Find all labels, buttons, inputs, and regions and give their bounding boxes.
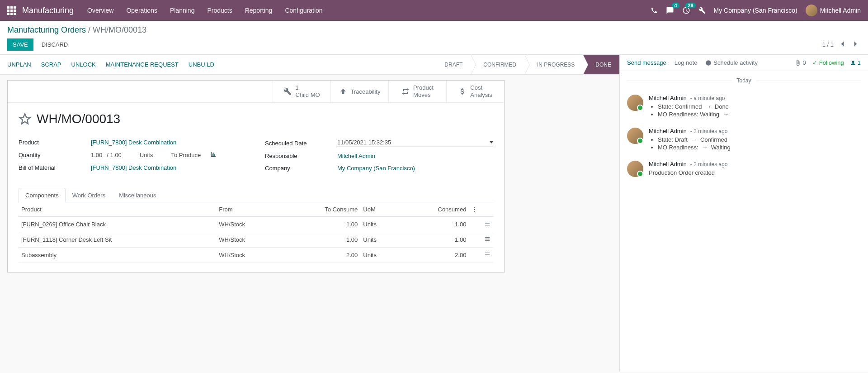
chatter: Send message Log note Schedule activity … (619, 55, 868, 372)
tab-components[interactable]: Components (19, 188, 66, 202)
message-time: - 3 minutes ago (690, 161, 728, 167)
status-draft[interactable]: DRAFT (432, 55, 471, 74)
table-row[interactable]: Subassembly WH/Stock 2.00 Units 2.00 (19, 248, 493, 263)
cell-from: WH/Stock (216, 248, 281, 263)
field-qty[interactable]: 1.00 (91, 152, 102, 158)
status-in-progress[interactable]: IN PROGRESS (524, 55, 583, 74)
th-consumed[interactable]: Consumed (399, 202, 469, 217)
nav-overview[interactable]: Overview (87, 7, 113, 14)
child-mo-button[interactable]: 1Child MO (273, 81, 330, 102)
date-separator: Today (620, 77, 868, 84)
control-panel: Manufacturing Orders / WH/MO/00013 SAVE … (0, 21, 868, 55)
cell-product: [FURN_1118] Corner Desk Left Sit (19, 232, 216, 248)
label-scheduled: Scheduled Date (265, 140, 337, 147)
messaging-badge: 4 (672, 3, 679, 8)
traceability-label: Traceability (351, 88, 381, 95)
scrap-button[interactable]: SCRAP (41, 61, 61, 68)
field-bom[interactable]: [FURN_7800] Desk Combination (91, 164, 247, 171)
attachments-button[interactable]: 0 (795, 59, 806, 66)
field-uom[interactable]: Units (140, 152, 153, 158)
tracking-line: State: Draft → Confirmed (658, 136, 861, 143)
pager-next-icon[interactable] (851, 39, 861, 50)
pager-value[interactable]: 1 / 1 (822, 41, 834, 48)
send-message-button[interactable]: Send message (627, 59, 666, 66)
tracking-line: State: Confirmed → Done (658, 103, 861, 110)
cell-to-consume: 2.00 (281, 248, 360, 263)
traceability-button[interactable]: Traceability (330, 81, 388, 102)
save-button[interactable]: SAVE (7, 38, 33, 51)
product-moves-button[interactable]: ProductMoves (388, 81, 446, 102)
arrow-up-icon (339, 87, 347, 96)
label-company: Company (265, 165, 337, 172)
cost-analysis-button[interactable]: CostAnalysis (446, 81, 504, 102)
breadcrumb: Manufacturing Orders / WH/MO/00013 (7, 25, 861, 35)
pager-prev-icon[interactable] (837, 39, 847, 50)
field-product[interactable]: [FURN_7800] Desk Combination (91, 139, 247, 146)
discard-button[interactable]: DISCARD (36, 38, 74, 51)
following-button[interactable]: ✓ Following (812, 59, 844, 66)
unlock-button[interactable]: UNLOCK (71, 61, 96, 68)
unbuild-button[interactable]: UNBUILD (189, 61, 214, 68)
forecast-chart-icon[interactable] (210, 151, 217, 159)
table-row[interactable]: [FURN_1118] Corner Desk Left Sit WH/Stoc… (19, 232, 493, 248)
label-responsible: Responsible (265, 153, 337, 159)
log-note-button[interactable]: Log note (675, 59, 698, 66)
field-company[interactable]: My Company (San Francisco) (337, 165, 493, 172)
moves-label-2: Moves (413, 91, 434, 99)
cell-uom: Units (360, 248, 399, 263)
label-quantity: Quantity (19, 152, 91, 158)
message-author[interactable]: Mitchell Admin (649, 95, 687, 101)
field-responsible[interactable]: Mitchell Admin (337, 153, 493, 159)
phone-icon[interactable] (651, 7, 658, 14)
table-row[interactable]: [FURN_0269] Office Chair Black WH/Stock … (19, 217, 493, 232)
tab-miscellaneous[interactable]: Miscellaneous (112, 188, 163, 202)
systray: 4 28 My Company (San Francisco) Mitchell… (651, 5, 861, 16)
nav-configuration[interactable]: Configuration (285, 7, 322, 14)
activities-icon[interactable]: 28 (682, 6, 690, 14)
priority-star-icon[interactable] (19, 113, 31, 125)
user-menu[interactable]: Mitchell Admin (806, 5, 861, 16)
apps-icon[interactable] (7, 6, 16, 15)
breadcrumb-current: WH/MO/00013 (93, 25, 146, 34)
message-avatar-icon (627, 95, 643, 111)
breadcrumb-root[interactable]: Manufacturing Orders (7, 25, 86, 34)
status-confirmed[interactable]: CONFIRMED (471, 55, 524, 74)
company-switcher[interactable]: My Company (San Francisco) (714, 7, 797, 14)
record-name: WH/MO/00013 (37, 112, 120, 126)
company-name: My Company (San Francisco) (714, 7, 797, 14)
nav-menu: Overview Operations Planning Products Re… (87, 7, 323, 14)
nav-products[interactable]: Products (207, 7, 232, 14)
th-product[interactable]: Product (19, 202, 216, 217)
nav-reporting[interactable]: Reporting (245, 7, 273, 14)
unplan-button[interactable]: UNPLAN (7, 61, 31, 68)
cell-from: WH/Stock (216, 217, 281, 232)
field-scheduled-date[interactable]: 11/05/2021 15:32:35 (337, 139, 493, 147)
followers-button[interactable]: 1 (850, 59, 861, 66)
details-icon[interactable] (469, 232, 493, 248)
column-options-icon[interactable]: ⋮ (469, 202, 493, 217)
th-uom[interactable]: UoM (360, 202, 399, 217)
app-brand[interactable]: Manufacturing (22, 6, 74, 15)
details-icon[interactable] (469, 248, 493, 263)
message-time: - 3 minutes ago (690, 128, 728, 134)
status-done[interactable]: DONE (583, 55, 619, 74)
activities-badge: 28 (685, 3, 695, 8)
message-author[interactable]: Mitchell Admin (649, 128, 687, 134)
message-avatar-icon (627, 161, 643, 177)
maintenance-request-button[interactable]: MAINTENANCE REQUEST (106, 61, 179, 68)
tab-work-orders[interactable]: Work Orders (66, 188, 112, 202)
message-author[interactable]: Mitchell Admin (649, 161, 687, 167)
th-to-consume[interactable]: To Consume (281, 202, 360, 217)
messaging-icon[interactable]: 4 (666, 6, 674, 14)
th-from[interactable]: From (216, 202, 281, 217)
chatter-message: Mitchell Admin- 3 minutes ago Production… (620, 156, 868, 182)
debug-icon[interactable] (698, 7, 706, 14)
cell-consumed: 1.00 (399, 217, 469, 232)
cell-uom: Units (360, 232, 399, 248)
message-avatar-icon (627, 128, 643, 144)
nav-planning[interactable]: Planning (170, 7, 195, 14)
statusbar: UNPLAN SCRAP UNLOCK MAINTENANCE REQUEST … (0, 55, 619, 75)
nav-operations[interactable]: Operations (126, 7, 157, 14)
schedule-activity-button[interactable]: Schedule activity (705, 59, 758, 66)
details-icon[interactable] (469, 217, 493, 232)
